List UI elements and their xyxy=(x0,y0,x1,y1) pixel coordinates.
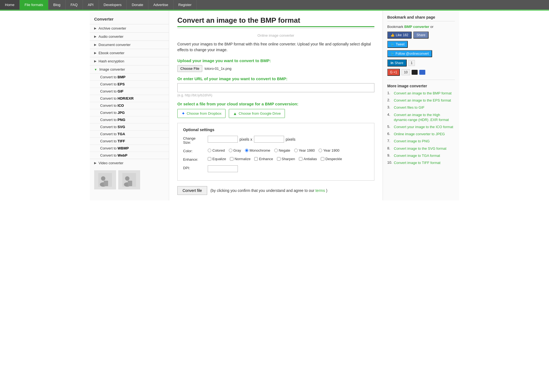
gdrive-button[interactable]: ▲ Choose from Google Drive xyxy=(229,109,285,118)
subitem-format: TGA xyxy=(118,132,125,136)
twitter-follow-button[interactable]: 🐦 Follow @onlineconvert xyxy=(387,50,432,57)
more-link-ico[interactable]: Convert your image to the ICO format xyxy=(394,125,453,129)
sidebar-subitem-wbmp[interactable]: Convert to WBMP xyxy=(90,145,169,152)
color-label: Color: xyxy=(183,148,205,153)
color-year1980-radio[interactable] xyxy=(294,149,298,152)
nav-api[interactable]: API xyxy=(83,0,99,10)
subitem-format: WBMP xyxy=(118,146,129,150)
green-divider xyxy=(177,26,374,27)
enhance-checkbox[interactable] xyxy=(254,157,258,161)
left-sidebar: Converter ▶ Archive converter ▶ Audio co… xyxy=(90,11,169,200)
enhance-normalize[interactable]: Normalize xyxy=(230,157,251,161)
antialias-checkbox[interactable] xyxy=(299,157,302,161)
list-item: Convert your image to the ICO format xyxy=(387,125,455,129)
color-year1980[interactable]: Year 1980 xyxy=(294,148,315,152)
sidebar-item-ebook[interactable]: ▶ Ebook converter xyxy=(90,49,169,57)
sidebar-item-video[interactable]: ▶ Video converter xyxy=(90,159,169,167)
more-link-tga[interactable]: Convert image to TGA format xyxy=(394,153,440,158)
equalize-checkbox[interactable] xyxy=(208,157,211,161)
enhance-antialias[interactable]: Antialias xyxy=(299,157,317,161)
nav-donate[interactable]: Donate xyxy=(127,0,148,10)
color-options: Colored Gray Monochrome Negate Year xyxy=(208,148,369,152)
sidebar-item-document[interactable]: ▶ Document converter xyxy=(90,41,169,49)
enhance-enhance[interactable]: Enhance xyxy=(254,157,273,161)
more-link-eps[interactable]: Convert an image to the EPS format xyxy=(394,98,451,103)
nav-register[interactable]: Register xyxy=(174,0,197,10)
googleplus-button[interactable]: G +1 xyxy=(387,69,400,76)
color-monochrome[interactable]: Monochrome xyxy=(245,148,270,152)
nav-faq[interactable]: FAQ xyxy=(66,0,83,10)
arrow-icon: ▶ xyxy=(94,59,96,63)
nav-blog[interactable]: Blog xyxy=(48,0,66,10)
nav-developers[interactable]: Developers xyxy=(99,0,127,10)
sidebar-item-label: Ebook converter xyxy=(99,51,125,55)
facebook-like-button[interactable]: 👍 Like 182 xyxy=(387,31,412,39)
url-input[interactable] xyxy=(177,83,374,92)
sidebar-title: Converter xyxy=(90,15,169,24)
normalize-checkbox[interactable] xyxy=(230,157,233,161)
sidebar-subitem-gif[interactable]: Convert to GIF xyxy=(90,88,169,95)
sidebar-item-hash[interactable]: ▶ Hash encryption xyxy=(90,57,169,65)
gplus-count: 10 xyxy=(401,69,410,75)
sidebar-subitem-tiff[interactable]: Convert to TIFF xyxy=(90,137,169,145)
thumbs-up-icon: 👍 xyxy=(391,33,395,37)
nav-home[interactable]: Home xyxy=(0,0,20,10)
page-title: Convert an image to the BMP format xyxy=(177,16,374,25)
facebook-share-button[interactable]: Share xyxy=(413,31,429,39)
sidebar-item-audio[interactable]: ▶ Audio converter xyxy=(90,32,169,41)
arrow-icon: ▶ xyxy=(94,35,96,38)
sidebar-item-image[interactable]: ▼ Image converter xyxy=(90,65,169,73)
more-link-svg[interactable]: Convert image to the SVG format xyxy=(394,146,446,151)
list-item: Convert image to the SVG format xyxy=(387,146,455,151)
sidebar-subitem-tga[interactable]: Convert to TGA xyxy=(90,130,169,137)
convert-button[interactable]: Convert file xyxy=(177,186,207,195)
sidebar-subitem-hdr[interactable]: Convert to HDR/EXR xyxy=(90,95,169,102)
nav-advertise[interactable]: Advertise xyxy=(148,0,173,10)
enhance-sharpen[interactable]: Sharpen xyxy=(277,157,295,161)
sidebar-subitem-bmp[interactable]: Convert to BMP xyxy=(90,73,169,80)
enhance-despeckle[interactable]: Despeckle xyxy=(321,157,342,161)
color-year1900-radio[interactable] xyxy=(319,149,322,152)
terms-link[interactable]: terms xyxy=(315,188,325,193)
dropbox-button[interactable]: ✦ Choose from Dropbox xyxy=(177,109,226,118)
sidebar-subitem-png[interactable]: Convert to PNG xyxy=(90,116,169,123)
width-input[interactable] xyxy=(208,136,238,143)
filename-display: totoro-01_1x.png xyxy=(204,67,231,71)
color-negate[interactable]: Negate xyxy=(274,148,290,152)
thumbnail-1 xyxy=(94,170,116,189)
more-link-bmp[interactable]: Convert an image to the BMP format xyxy=(394,91,452,96)
despeckle-checkbox[interactable] xyxy=(321,157,324,161)
list-item: Convert an image to the High dynamic-ran… xyxy=(387,113,455,122)
sharpen-checkbox[interactable] xyxy=(277,157,281,161)
main-content: Convert an image to the BMP format Onlin… xyxy=(169,11,383,200)
color-gray-radio[interactable] xyxy=(229,149,232,152)
sidebar-subitem-eps[interactable]: Convert to EPS xyxy=(90,80,169,88)
more-link-tiff[interactable]: Convert image to TIFF format xyxy=(394,160,440,165)
enhance-equalize[interactable]: Equalize xyxy=(208,157,226,161)
linkedin-share-button[interactable]: in Share xyxy=(387,59,407,67)
tweet-button[interactable]: 🐦 Tweet xyxy=(387,41,408,48)
color-colored-radio[interactable] xyxy=(208,149,211,152)
color-gray[interactable]: Gray xyxy=(229,148,241,152)
color-negate-radio[interactable] xyxy=(274,149,278,152)
stumbleupon-icon xyxy=(419,70,425,75)
nav-file-formats[interactable]: File formats xyxy=(20,0,48,10)
dpi-input[interactable] xyxy=(208,165,238,172)
sidebar-subitem-jpg[interactable]: Convert to JPG xyxy=(90,109,169,116)
list-item: Convert an image to the EPS format xyxy=(387,98,455,103)
enhance-label: Enhance: xyxy=(183,157,205,162)
color-year1900[interactable]: Year 1900 xyxy=(319,148,339,152)
sidebar-item-archive[interactable]: ▶ Archive converter xyxy=(90,24,169,32)
color-monochrome-radio[interactable] xyxy=(245,149,249,152)
more-link-gif[interactable]: Convert files to GIF xyxy=(394,105,424,110)
bmp-converter-link[interactable]: BMP converter xyxy=(404,25,429,29)
more-link-hdr[interactable]: Convert an image to the High dynamic-ran… xyxy=(394,113,455,122)
choose-file-button[interactable]: Choose File xyxy=(177,65,202,72)
sidebar-subitem-webp[interactable]: Convert to WebP xyxy=(90,152,169,159)
sidebar-subitem-ico[interactable]: Convert to ICO xyxy=(90,102,169,109)
more-link-jpeg[interactable]: Online image converter to JPEG xyxy=(394,132,445,137)
sidebar-subitem-svg[interactable]: Convert to SVG xyxy=(90,123,169,130)
height-input[interactable] xyxy=(254,136,284,143)
more-link-png[interactable]: Convert image to PNG xyxy=(394,139,430,144)
color-colored[interactable]: Colored xyxy=(208,148,225,152)
